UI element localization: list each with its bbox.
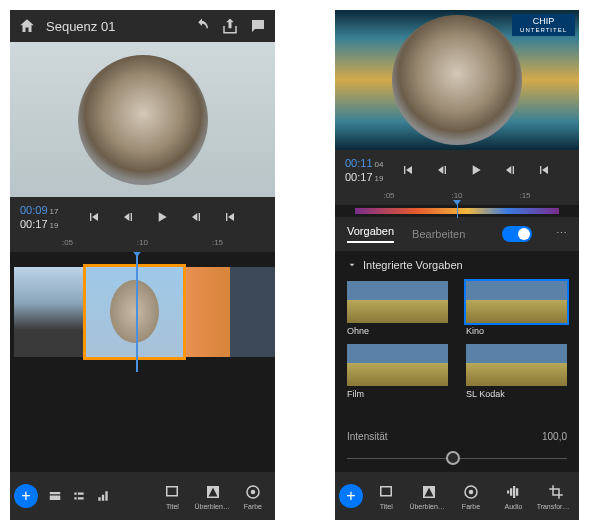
clip-selected[interactable] <box>83 264 186 360</box>
frame-back-icon[interactable] <box>120 209 136 225</box>
tool-title[interactable]: Titel <box>367 483 405 510</box>
timecode: 00:0917 00:1719 <box>20 203 58 232</box>
tool-transform[interactable]: Transformieren <box>537 483 575 510</box>
toggle[interactable] <box>502 226 532 242</box>
transform-icon <box>547 483 565 501</box>
tool-audio[interactable]: Audio <box>494 483 532 510</box>
levels-icon[interactable] <box>96 489 110 503</box>
color-icon <box>244 483 262 501</box>
title-icon <box>377 483 395 501</box>
share-icon[interactable] <box>221 17 239 35</box>
chip-badge: CHIPUNTERTITEL <box>512 14 575 36</box>
phone-right: CHIPUNTERTITEL 00:1104 00:1719 :05:10:15… <box>335 10 579 520</box>
transitions-icon <box>420 483 438 501</box>
audio-icon <box>504 483 522 501</box>
skip-start-icon[interactable] <box>400 162 416 178</box>
intensity-label: Intensität <box>347 431 388 442</box>
skip-start-icon[interactable] <box>86 209 102 225</box>
ruler[interactable]: :05:10:15 <box>10 238 275 252</box>
timeline[interactable] <box>10 252 275 372</box>
preset-ohne[interactable]: Ohne <box>347 281 448 336</box>
color-strip[interactable] <box>355 208 559 214</box>
preset-slkodak[interactable]: SL Kodak <box>466 344 567 399</box>
phone-left: Sequenz 01 00:0917 00:1719 :05:10:15 + <box>10 10 275 520</box>
undo-icon[interactable] <box>193 17 211 35</box>
tabs: Vorgaben Bearbeiten ⋯ <box>335 217 579 251</box>
preview[interactable]: CHIPUNTERTITEL <box>335 10 579 150</box>
transport: 00:1104 00:1719 <box>335 150 579 191</box>
color-icon <box>462 483 480 501</box>
bottombar: + Titel Überblendungen Farbe Audio Trans… <box>335 472 579 520</box>
intensity-slider[interactable] <box>347 448 567 468</box>
layout-icon[interactable] <box>48 489 62 503</box>
title-icon <box>163 483 181 501</box>
transitions-icon <box>204 483 222 501</box>
intensity-row: Intensität 100,0 <box>335 425 579 448</box>
play-icon[interactable] <box>468 162 484 178</box>
frame-forward-icon[interactable] <box>502 162 518 178</box>
more-icon[interactable]: ⋯ <box>556 227 567 240</box>
bottombar: + Titel Überblendungen Farbe <box>10 472 275 520</box>
add-button[interactable]: + <box>14 484 38 508</box>
skip-end-icon[interactable] <box>536 162 552 178</box>
presets-panel: Integrierte Vorgaben Ohne Kino Film SL K… <box>335 251 579 425</box>
clip[interactable] <box>186 267 275 357</box>
section-header[interactable]: Integrierte Vorgaben <box>347 259 567 271</box>
tool-color[interactable]: Farbe <box>235 483 271 510</box>
tool-transitions[interactable]: Überblendungen <box>409 483 447 510</box>
preset-film[interactable]: Film <box>347 344 448 399</box>
playhead[interactable] <box>136 252 138 372</box>
preset-kino[interactable]: Kino <box>466 281 567 336</box>
topbar: Sequenz 01 <box>10 10 275 42</box>
svg-point-1 <box>251 489 256 494</box>
comment-icon[interactable] <box>249 17 267 35</box>
play-icon[interactable] <box>154 209 170 225</box>
timecode: 00:1104 00:1719 <box>345 156 383 185</box>
tab-edit[interactable]: Bearbeiten <box>412 228 465 240</box>
svg-point-3 <box>469 489 474 494</box>
playhead[interactable] <box>457 204 458 218</box>
clip[interactable] <box>14 267 83 357</box>
skip-end-icon[interactable] <box>222 209 238 225</box>
transport: 00:0917 00:1719 <box>10 197 275 238</box>
home-icon[interactable] <box>18 17 36 35</box>
frame-back-icon[interactable] <box>434 162 450 178</box>
preview[interactable] <box>10 42 275 197</box>
tool-title[interactable]: Titel <box>154 483 190 510</box>
add-button[interactable]: + <box>339 484 363 508</box>
tool-transitions[interactable]: Überblendungen <box>195 483 231 510</box>
chevron-down-icon <box>347 260 357 270</box>
frame-forward-icon[interactable] <box>188 209 204 225</box>
tab-presets[interactable]: Vorgaben <box>347 225 394 243</box>
sequence-title: Sequenz 01 <box>46 19 183 34</box>
tool-color[interactable]: Farbe <box>452 483 490 510</box>
list-icon[interactable] <box>72 489 86 503</box>
intensity-value: 100,0 <box>542 431 567 442</box>
